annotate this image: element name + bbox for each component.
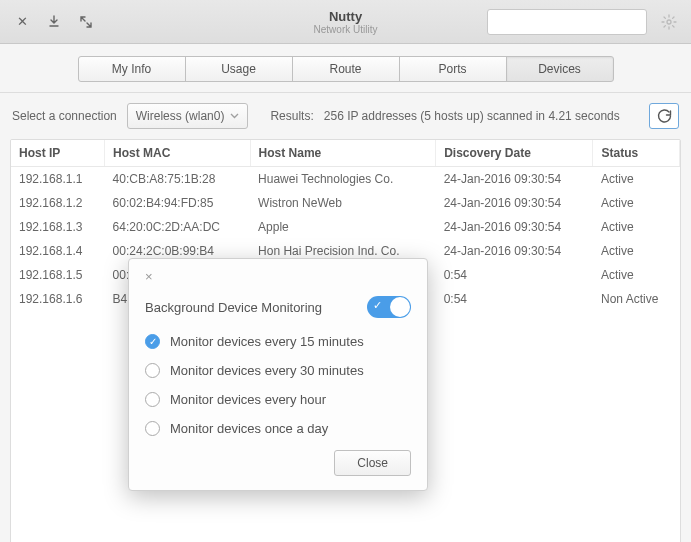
radio-label: Monitor devices once a day: [170, 421, 328, 436]
expand-icon: [79, 15, 93, 29]
radio-label: Monitor devices every hour: [170, 392, 326, 407]
cell-date: 0:54: [436, 287, 593, 311]
monitoring-toggle[interactable]: ✓: [367, 296, 411, 318]
chevron-down-icon: [230, 113, 239, 119]
cell-name: Wistron NeWeb: [250, 191, 436, 215]
search-input[interactable]: [487, 9, 647, 35]
settings-button[interactable]: [655, 8, 683, 36]
cell-ip: 192.168.1.3: [11, 215, 105, 239]
refresh-button[interactable]: [649, 103, 679, 129]
cell-status: Active: [593, 191, 680, 215]
cell-date: 0:54: [436, 263, 593, 287]
cell-status: Active: [593, 215, 680, 239]
monitor-interval-option[interactable]: Monitor devices once a day: [145, 421, 411, 436]
column-header[interactable]: Host Name: [250, 140, 436, 167]
cell-date: 24-Jan-2016 09:30:54: [436, 167, 593, 192]
window-close-button[interactable]: ✕: [8, 8, 36, 36]
connection-dropdown[interactable]: Wireless (wlan0): [127, 103, 249, 129]
radio-label: Monitor devices every 30 minutes: [170, 363, 364, 378]
close-icon: ×: [145, 269, 153, 284]
close-icon: ✕: [17, 14, 28, 29]
tab-usage[interactable]: Usage: [185, 56, 293, 82]
monitor-interval-option[interactable]: Monitor devices every 15 minutes: [145, 334, 411, 349]
monitor-interval-option[interactable]: Monitor devices every hour: [145, 392, 411, 407]
gear-icon: [661, 14, 677, 30]
cell-mac: 40:CB:A8:75:1B:28: [105, 167, 250, 192]
connection-selected: Wireless (wlan0): [136, 109, 225, 123]
tab-devices[interactable]: Devices: [506, 56, 614, 82]
cell-mac: 64:20:0C:2D:AA:DC: [105, 215, 250, 239]
connection-label: Select a connection: [12, 109, 117, 123]
toggle-knob: [390, 297, 410, 317]
download-icon: [47, 15, 61, 29]
tab-route[interactable]: Route: [292, 56, 400, 82]
cell-status: Active: [593, 263, 680, 287]
svg-point-1: [667, 20, 671, 24]
cell-status: Active: [593, 239, 680, 263]
column-header[interactable]: Host IP: [11, 140, 105, 167]
check-icon: ✓: [373, 299, 382, 312]
column-header[interactable]: Host MAC: [105, 140, 250, 167]
dialog-heading: Background Device Monitoring: [145, 300, 322, 315]
dialog-close-x[interactable]: ×: [145, 269, 153, 284]
cell-date: 24-Jan-2016 09:30:54: [436, 239, 593, 263]
refresh-icon: [657, 109, 672, 124]
titlebar: ✕ Nutty Network Utility: [0, 0, 691, 44]
controls-row: Select a connection Wireless (wlan0) Res…: [0, 93, 691, 139]
cell-ip: 192.168.1.5: [11, 263, 105, 287]
monitoring-dialog: × Background Device Monitoring ✓ Monitor…: [128, 258, 428, 491]
radio-button[interactable]: [145, 421, 160, 436]
table-row[interactable]: 192.168.1.140:CB:A8:75:1B:28Huawei Techn…: [11, 167, 680, 192]
dialog-close-button[interactable]: Close: [334, 450, 411, 476]
cell-mac: 60:02:B4:94:FD:85: [105, 191, 250, 215]
cell-name: Huawei Technologies Co.: [250, 167, 436, 192]
search-field[interactable]: [498, 15, 648, 29]
cell-status: Non Active: [593, 287, 680, 311]
table-row[interactable]: 192.168.1.260:02:B4:94:FD:85Wistron NeWe…: [11, 191, 680, 215]
results-text: 256 IP addresses (5 hosts up) scanned in…: [324, 109, 639, 123]
tab-ports[interactable]: Ports: [399, 56, 507, 82]
results-label: Results:: [270, 109, 313, 123]
cell-ip: 192.168.1.2: [11, 191, 105, 215]
column-header[interactable]: Status: [593, 140, 680, 167]
cell-date: 24-Jan-2016 09:30:54: [436, 215, 593, 239]
column-header[interactable]: Discovery Date: [436, 140, 593, 167]
monitor-interval-option[interactable]: Monitor devices every 30 minutes: [145, 363, 411, 378]
cell-ip: 192.168.1.4: [11, 239, 105, 263]
cell-status: Active: [593, 167, 680, 192]
table-row[interactable]: 192.168.1.364:20:0C:2D:AA:DCApple24-Jan-…: [11, 215, 680, 239]
radio-button[interactable]: [145, 334, 160, 349]
radio-label: Monitor devices every 15 minutes: [170, 334, 364, 349]
cell-name: Apple: [250, 215, 436, 239]
cell-ip: 192.168.1.1: [11, 167, 105, 192]
window-maximize-button[interactable]: [72, 8, 100, 36]
cell-ip: 192.168.1.6: [11, 287, 105, 311]
cell-date: 24-Jan-2016 09:30:54: [436, 191, 593, 215]
window-minimize-button[interactable]: [40, 8, 68, 36]
radio-button[interactable]: [145, 392, 160, 407]
radio-button[interactable]: [145, 363, 160, 378]
tab-my-info[interactable]: My Info: [78, 56, 186, 82]
tab-toolbar: My InfoUsageRoutePortsDevices: [0, 44, 691, 93]
